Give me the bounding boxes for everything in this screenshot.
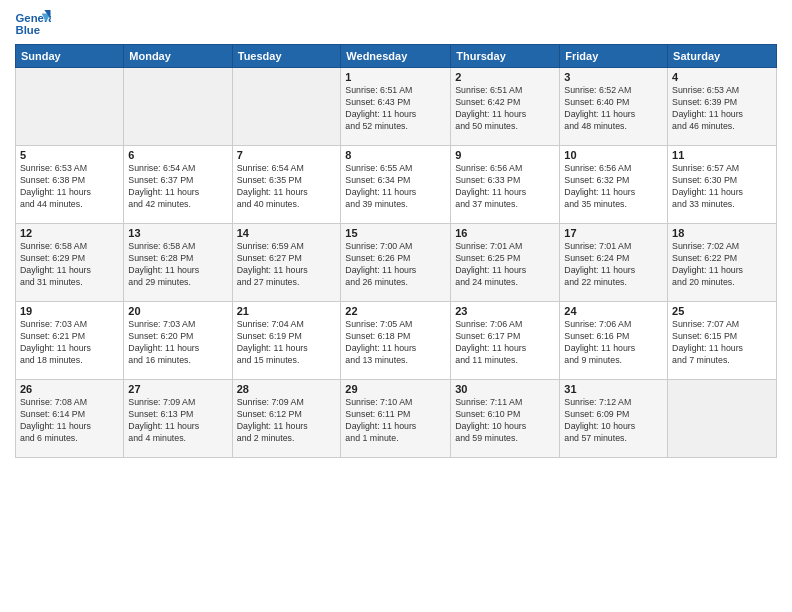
day-number: 28 bbox=[237, 383, 337, 395]
page-header: General Blue bbox=[15, 10, 777, 38]
day-info: Sunrise: 7:01 AMSunset: 6:24 PMDaylight:… bbox=[564, 241, 663, 289]
day-number: 18 bbox=[672, 227, 772, 239]
day-number: 19 bbox=[20, 305, 119, 317]
week-row-4: 19Sunrise: 7:03 AMSunset: 6:21 PMDayligh… bbox=[16, 302, 777, 380]
day-info: Sunrise: 7:09 AMSunset: 6:13 PMDaylight:… bbox=[128, 397, 227, 445]
day-cell: 22Sunrise: 7:05 AMSunset: 6:18 PMDayligh… bbox=[341, 302, 451, 380]
calendar-table: SundayMondayTuesdayWednesdayThursdayFrid… bbox=[15, 44, 777, 458]
day-info: Sunrise: 7:12 AMSunset: 6:09 PMDaylight:… bbox=[564, 397, 663, 445]
day-info: Sunrise: 7:10 AMSunset: 6:11 PMDaylight:… bbox=[345, 397, 446, 445]
day-number: 11 bbox=[672, 149, 772, 161]
day-cell: 1Sunrise: 6:51 AMSunset: 6:43 PMDaylight… bbox=[341, 68, 451, 146]
day-number: 29 bbox=[345, 383, 446, 395]
day-number: 15 bbox=[345, 227, 446, 239]
day-info: Sunrise: 7:07 AMSunset: 6:15 PMDaylight:… bbox=[672, 319, 772, 367]
day-number: 24 bbox=[564, 305, 663, 317]
day-info: Sunrise: 7:04 AMSunset: 6:19 PMDaylight:… bbox=[237, 319, 337, 367]
day-cell: 25Sunrise: 7:07 AMSunset: 6:15 PMDayligh… bbox=[668, 302, 777, 380]
day-cell: 5Sunrise: 6:53 AMSunset: 6:38 PMDaylight… bbox=[16, 146, 124, 224]
day-cell: 7Sunrise: 6:54 AMSunset: 6:35 PMDaylight… bbox=[232, 146, 341, 224]
day-cell: 12Sunrise: 6:58 AMSunset: 6:29 PMDayligh… bbox=[16, 224, 124, 302]
day-number: 23 bbox=[455, 305, 555, 317]
day-info: Sunrise: 6:56 AMSunset: 6:32 PMDaylight:… bbox=[564, 163, 663, 211]
day-cell: 17Sunrise: 7:01 AMSunset: 6:24 PMDayligh… bbox=[560, 224, 668, 302]
day-cell: 20Sunrise: 7:03 AMSunset: 6:20 PMDayligh… bbox=[124, 302, 232, 380]
day-number: 2 bbox=[455, 71, 555, 83]
day-info: Sunrise: 7:11 AMSunset: 6:10 PMDaylight:… bbox=[455, 397, 555, 445]
day-cell: 14Sunrise: 6:59 AMSunset: 6:27 PMDayligh… bbox=[232, 224, 341, 302]
day-number: 27 bbox=[128, 383, 227, 395]
day-number: 13 bbox=[128, 227, 227, 239]
day-info: Sunrise: 7:03 AMSunset: 6:21 PMDaylight:… bbox=[20, 319, 119, 367]
day-info: Sunrise: 7:08 AMSunset: 6:14 PMDaylight:… bbox=[20, 397, 119, 445]
svg-text:Blue: Blue bbox=[16, 24, 41, 36]
weekday-header-row: SundayMondayTuesdayWednesdayThursdayFrid… bbox=[16, 45, 777, 68]
day-info: Sunrise: 6:51 AMSunset: 6:42 PMDaylight:… bbox=[455, 85, 555, 133]
day-info: Sunrise: 6:59 AMSunset: 6:27 PMDaylight:… bbox=[237, 241, 337, 289]
week-row-1: 1Sunrise: 6:51 AMSunset: 6:43 PMDaylight… bbox=[16, 68, 777, 146]
day-number: 10 bbox=[564, 149, 663, 161]
day-number: 22 bbox=[345, 305, 446, 317]
weekday-tuesday: Tuesday bbox=[232, 45, 341, 68]
day-cell: 4Sunrise: 6:53 AMSunset: 6:39 PMDaylight… bbox=[668, 68, 777, 146]
day-number: 6 bbox=[128, 149, 227, 161]
day-info: Sunrise: 6:54 AMSunset: 6:35 PMDaylight:… bbox=[237, 163, 337, 211]
day-number: 21 bbox=[237, 305, 337, 317]
day-number: 12 bbox=[20, 227, 119, 239]
day-cell: 9Sunrise: 6:56 AMSunset: 6:33 PMDaylight… bbox=[451, 146, 560, 224]
day-cell: 10Sunrise: 6:56 AMSunset: 6:32 PMDayligh… bbox=[560, 146, 668, 224]
day-cell: 21Sunrise: 7:04 AMSunset: 6:19 PMDayligh… bbox=[232, 302, 341, 380]
day-number: 25 bbox=[672, 305, 772, 317]
week-row-3: 12Sunrise: 6:58 AMSunset: 6:29 PMDayligh… bbox=[16, 224, 777, 302]
week-row-2: 5Sunrise: 6:53 AMSunset: 6:38 PMDaylight… bbox=[16, 146, 777, 224]
day-cell: 3Sunrise: 6:52 AMSunset: 6:40 PMDaylight… bbox=[560, 68, 668, 146]
day-cell: 27Sunrise: 7:09 AMSunset: 6:13 PMDayligh… bbox=[124, 380, 232, 458]
day-cell bbox=[124, 68, 232, 146]
day-number: 3 bbox=[564, 71, 663, 83]
day-number: 16 bbox=[455, 227, 555, 239]
weekday-sunday: Sunday bbox=[16, 45, 124, 68]
day-cell: 31Sunrise: 7:12 AMSunset: 6:09 PMDayligh… bbox=[560, 380, 668, 458]
day-info: Sunrise: 6:55 AMSunset: 6:34 PMDaylight:… bbox=[345, 163, 446, 211]
day-info: Sunrise: 7:01 AMSunset: 6:25 PMDaylight:… bbox=[455, 241, 555, 289]
day-info: Sunrise: 6:57 AMSunset: 6:30 PMDaylight:… bbox=[672, 163, 772, 211]
day-info: Sunrise: 6:51 AMSunset: 6:43 PMDaylight:… bbox=[345, 85, 446, 133]
day-cell: 2Sunrise: 6:51 AMSunset: 6:42 PMDaylight… bbox=[451, 68, 560, 146]
logo-icon: General Blue bbox=[15, 10, 51, 38]
day-cell: 6Sunrise: 6:54 AMSunset: 6:37 PMDaylight… bbox=[124, 146, 232, 224]
day-info: Sunrise: 7:03 AMSunset: 6:20 PMDaylight:… bbox=[128, 319, 227, 367]
day-number: 5 bbox=[20, 149, 119, 161]
day-info: Sunrise: 7:02 AMSunset: 6:22 PMDaylight:… bbox=[672, 241, 772, 289]
day-cell: 15Sunrise: 7:00 AMSunset: 6:26 PMDayligh… bbox=[341, 224, 451, 302]
day-cell: 24Sunrise: 7:06 AMSunset: 6:16 PMDayligh… bbox=[560, 302, 668, 380]
week-row-5: 26Sunrise: 7:08 AMSunset: 6:14 PMDayligh… bbox=[16, 380, 777, 458]
day-number: 1 bbox=[345, 71, 446, 83]
day-number: 7 bbox=[237, 149, 337, 161]
day-cell: 19Sunrise: 7:03 AMSunset: 6:21 PMDayligh… bbox=[16, 302, 124, 380]
day-cell bbox=[232, 68, 341, 146]
logo: General Blue bbox=[15, 10, 51, 38]
weekday-monday: Monday bbox=[124, 45, 232, 68]
weekday-wednesday: Wednesday bbox=[341, 45, 451, 68]
day-info: Sunrise: 6:56 AMSunset: 6:33 PMDaylight:… bbox=[455, 163, 555, 211]
day-cell bbox=[16, 68, 124, 146]
day-cell bbox=[668, 380, 777, 458]
day-cell: 23Sunrise: 7:06 AMSunset: 6:17 PMDayligh… bbox=[451, 302, 560, 380]
day-number: 20 bbox=[128, 305, 227, 317]
day-info: Sunrise: 7:00 AMSunset: 6:26 PMDaylight:… bbox=[345, 241, 446, 289]
day-number: 26 bbox=[20, 383, 119, 395]
day-number: 8 bbox=[345, 149, 446, 161]
day-number: 4 bbox=[672, 71, 772, 83]
weekday-thursday: Thursday bbox=[451, 45, 560, 68]
day-number: 14 bbox=[237, 227, 337, 239]
day-cell: 16Sunrise: 7:01 AMSunset: 6:25 PMDayligh… bbox=[451, 224, 560, 302]
day-info: Sunrise: 6:52 AMSunset: 6:40 PMDaylight:… bbox=[564, 85, 663, 133]
day-cell: 18Sunrise: 7:02 AMSunset: 6:22 PMDayligh… bbox=[668, 224, 777, 302]
day-cell: 28Sunrise: 7:09 AMSunset: 6:12 PMDayligh… bbox=[232, 380, 341, 458]
day-number: 31 bbox=[564, 383, 663, 395]
day-cell: 13Sunrise: 6:58 AMSunset: 6:28 PMDayligh… bbox=[124, 224, 232, 302]
day-number: 9 bbox=[455, 149, 555, 161]
day-info: Sunrise: 6:58 AMSunset: 6:29 PMDaylight:… bbox=[20, 241, 119, 289]
day-cell: 11Sunrise: 6:57 AMSunset: 6:30 PMDayligh… bbox=[668, 146, 777, 224]
weekday-friday: Friday bbox=[560, 45, 668, 68]
